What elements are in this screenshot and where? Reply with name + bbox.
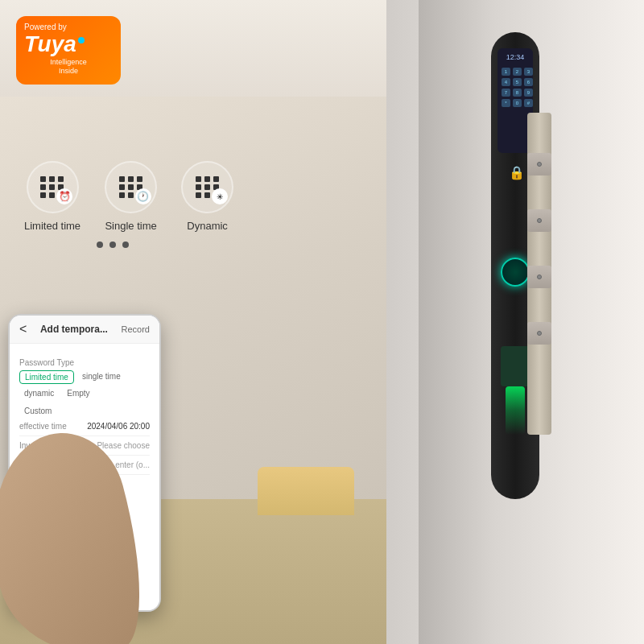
fingerprint-sensor[interactable] xyxy=(501,258,530,287)
tuya-powered-by-label: Powered by xyxy=(24,23,113,31)
password-type-options: Limited time single time xyxy=(19,370,150,384)
key-6[interactable]: 6 xyxy=(524,78,533,86)
option-single-time[interactable]: single time xyxy=(77,370,126,384)
key-3[interactable]: 3 xyxy=(524,68,533,76)
dynamic-circle: ✳ xyxy=(181,161,233,213)
tuya-intelligence-label: IntelligenceInside xyxy=(24,58,113,76)
mount-screw-bottom xyxy=(537,331,542,336)
led-strip xyxy=(506,386,525,435)
mount-screw-top xyxy=(537,162,542,167)
key-0[interactable]: 0 xyxy=(513,99,522,107)
limited-time-label: Limited time xyxy=(24,220,80,232)
carousel-indicator xyxy=(97,242,129,248)
password-type-icons: ⏰ Limited time 🕐 Sin xyxy=(24,161,250,232)
key-hash[interactable]: # xyxy=(524,99,533,107)
key-1[interactable]: 1 xyxy=(502,68,510,76)
mount-plate-lower xyxy=(527,266,551,288)
mount-plate-mid xyxy=(527,209,551,232)
indicator-dot-3 xyxy=(122,242,129,248)
password-type-options-row2: dynamic Empty xyxy=(19,387,150,399)
key-9[interactable]: 9 xyxy=(524,89,533,97)
icon-limited-time: ⏰ Limited time xyxy=(24,161,80,232)
hand-silhouette xyxy=(0,419,161,644)
key-4[interactable]: 4 xyxy=(502,78,510,86)
card-sensor xyxy=(501,346,530,386)
limited-time-circle: ⏰ xyxy=(27,161,79,213)
phone-header: < Add tempora... Record xyxy=(10,316,159,344)
tuya-logo: Tuya xyxy=(24,33,113,56)
password-type-label: Password Type xyxy=(19,358,150,367)
record-link[interactable]: Record xyxy=(122,324,150,334)
option-empty[interactable]: Empty xyxy=(62,387,94,399)
mount-screw-mid xyxy=(537,218,542,223)
option-limited-time[interactable]: Limited time xyxy=(19,370,74,384)
key-8[interactable]: 8 xyxy=(513,89,522,97)
mount-screw-lower xyxy=(537,275,542,279)
phone-screen-title: Add tempora... xyxy=(40,324,108,335)
lock-icon: 🔒 xyxy=(509,165,525,180)
icon-single-time: 🕐 Single time xyxy=(105,161,157,232)
icon-dynamic: ✳ Dynamic xyxy=(181,161,233,232)
sofa-decoration xyxy=(258,467,354,515)
smart-lock: 12:34 1 2 3 4 5 6 7 8 9 * 0 # 🔒 xyxy=(483,32,547,580)
indicator-dot-2 xyxy=(109,242,116,248)
lock-keypad: 1 2 3 4 5 6 7 8 9 * 0 # xyxy=(497,64,533,110)
mount-plate-bottom xyxy=(527,322,551,345)
tuya-badge: Powered by Tuya IntelligenceInside xyxy=(16,16,121,85)
mount-plate-top xyxy=(527,153,551,175)
indicator-dot-1 xyxy=(97,242,103,248)
option-dynamic[interactable]: dynamic xyxy=(19,387,59,399)
key-5[interactable]: 5 xyxy=(513,78,522,86)
back-button[interactable]: < xyxy=(19,322,27,336)
key-star[interactable]: * xyxy=(502,99,510,107)
single-time-label: Single time xyxy=(105,220,156,232)
key-7[interactable]: 7 xyxy=(502,89,510,97)
hand-gesture xyxy=(0,402,161,644)
tuya-logo-dot xyxy=(78,37,85,43)
clock-icon: ⏰ xyxy=(56,188,72,204)
single-clock-icon: 🕐 xyxy=(135,188,151,204)
lock-time-display: 12:34 xyxy=(497,48,533,61)
dynamic-icon: ✳ xyxy=(212,188,228,204)
dynamic-label: Dynamic xyxy=(187,220,228,232)
single-time-circle: 🕐 xyxy=(105,161,157,213)
key-2[interactable]: 2 xyxy=(513,68,522,76)
